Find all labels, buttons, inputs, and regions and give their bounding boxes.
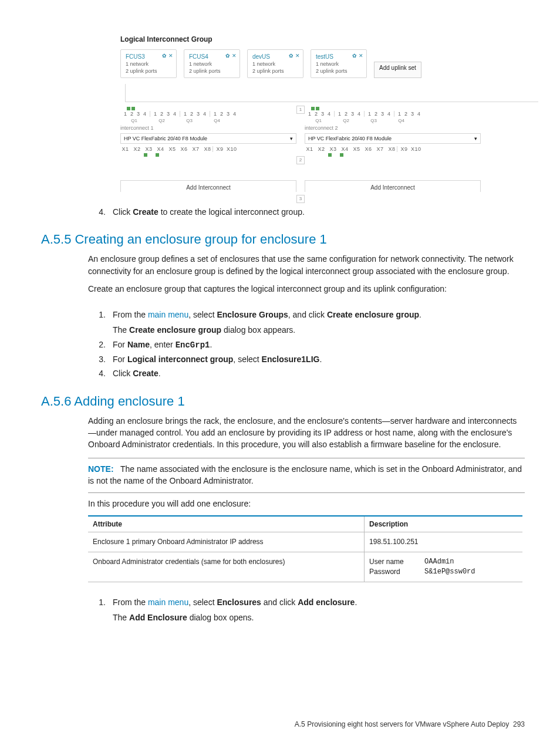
port-indicator: [316, 107, 319, 110]
port-row: 1234 1234 1234 1234: [120, 111, 296, 117]
step-4-list: 4. Click Create to create the logical in…: [88, 206, 525, 218]
interconnect-1-label: interconnect 1: [120, 125, 296, 131]
a55-para1: An enclosure group defines a set of encl…: [88, 253, 525, 277]
close-icon[interactable]: ✕: [232, 53, 237, 59]
step-number: 2.: [88, 339, 113, 351]
page-footer: A.5 Provisioning eight host servers for …: [0, 720, 525, 728]
table-row: Onboard Administrator credentials (same …: [88, 552, 522, 582]
step-body: For Logical interconnect group, select E…: [113, 353, 525, 365]
step-number: 4.: [88, 367, 113, 379]
section-heading-a55: A.5.5 Creating an enclosure group for en…: [41, 232, 525, 247]
gear-icon[interactable]: ✿: [162, 53, 167, 59]
slot-badge-3: 3: [296, 195, 305, 203]
port-row: 1234 1234 1234 1234: [305, 111, 481, 117]
slot-badge-1: 1: [296, 106, 305, 114]
module-select-1[interactable]: HP VC FlexFabric 20/40 F8 Module▾: [120, 133, 296, 144]
module-block-2: 1234 1234 1234 1234 Q1Q2Q3Q4 interconnec…: [305, 106, 481, 192]
close-icon[interactable]: ✕: [359, 53, 363, 59]
enclosure-attr-table: Attribute Description Enclosure 1 primar…: [88, 515, 522, 582]
gear-icon[interactable]: ✿: [225, 53, 230, 59]
port-indicator: [340, 153, 343, 157]
chevron-down-icon: ▾: [290, 136, 293, 141]
chevron-down-icon: ▾: [474, 136, 477, 141]
note-block: NOTE: The name associated with the enclo…: [88, 463, 525, 487]
slot-badge-2: 2: [296, 156, 305, 164]
uplink-card-fcus3[interactable]: ✿✕ FCUS3 1 network 2 uplink ports: [120, 49, 177, 78]
step-number: 4.: [88, 206, 113, 218]
add-interconnect-button-1[interactable]: Add Interconnect: [120, 180, 296, 192]
a56-steps: 1. From the main menu, select Enclosures…: [88, 596, 525, 624]
uplink-card-devus[interactable]: ✿✕ devUS 1 network 2 uplink ports: [247, 49, 303, 78]
close-icon[interactable]: ✕: [168, 53, 173, 59]
module-select-2[interactable]: HP VC FlexFabric 20/40 F8 Module▾: [305, 133, 481, 144]
step-number: 1.: [88, 309, 113, 336]
a55-steps: 1. From the main menu, select Enclosure …: [88, 309, 525, 379]
x-port-row: X1X2X3X4X5X6X7X8X9X10: [120, 146, 296, 152]
a56-para1: Adding an enclosure brings the rack, the…: [88, 415, 525, 451]
a56-para2: In this procedure you will add one enclo…: [88, 498, 525, 509]
table-header-description: Description: [365, 516, 522, 532]
table-header-attribute: Attribute: [88, 516, 365, 532]
step-number: 1.: [88, 596, 113, 624]
wiring-lines: [125, 84, 538, 102]
step-body: Click Create.: [113, 367, 525, 379]
port-indicator: [311, 107, 315, 110]
add-interconnect-button-2[interactable]: Add Interconnect: [305, 180, 481, 192]
table-row: Enclosure 1 primary Onboard Administrato…: [88, 532, 522, 552]
port-indicator: [328, 153, 332, 157]
gear-icon[interactable]: ✿: [352, 53, 357, 59]
close-icon[interactable]: ✕: [295, 53, 300, 59]
modules-row: 1 1234 1234 1234 1234 Q1Q2Q3Q4 interconn…: [120, 106, 543, 192]
page: Logical Interconnect Group ✿✕ FCUS3 1 ne…: [0, 0, 560, 746]
port-indicator: [131, 107, 135, 110]
module-block-1: 1 1234 1234 1234 1234 Q1Q2Q3Q4 interconn…: [120, 106, 296, 192]
uplink-card-fcus4[interactable]: ✿✕ FCUS4 1 network 2 uplink ports: [184, 49, 240, 78]
port-indicator: [156, 153, 159, 157]
gear-icon[interactable]: ✿: [289, 53, 294, 59]
step-body: Click Create to create the logical inter…: [113, 206, 525, 218]
step-body: From the main menu, select Enclosure Gro…: [113, 309, 525, 336]
add-uplink-set-button[interactable]: Add uplink set: [374, 62, 421, 78]
step-body: From the main menu, select Enclosures an…: [113, 596, 525, 624]
uplink-card-testus[interactable]: ✿✕ testUS 1 network 2 uplink ports: [311, 49, 367, 78]
lig-diagram: ✿✕ FCUS3 1 network 2 uplink ports ✿✕ FCU…: [120, 49, 543, 192]
section-heading-a56: A.5.6 Adding enclosure 1: [41, 394, 525, 409]
diagram-title: Logical Interconnect Group: [120, 35, 525, 43]
step-number: 3.: [88, 353, 113, 365]
interconnect-2-label: interconnect 2: [305, 125, 481, 131]
step-body: For Name, enter EncGrp1.: [113, 339, 525, 351]
port-indicator: [127, 107, 130, 110]
a55-para2: Create an enclosure group that captures …: [88, 283, 525, 295]
x-port-row: X1X2X3X4X5X6X7X8X9X10: [305, 146, 481, 152]
port-indicator: [144, 153, 147, 157]
uplink-set-row: ✿✕ FCUS3 1 network 2 uplink ports ✿✕ FCU…: [120, 49, 543, 78]
